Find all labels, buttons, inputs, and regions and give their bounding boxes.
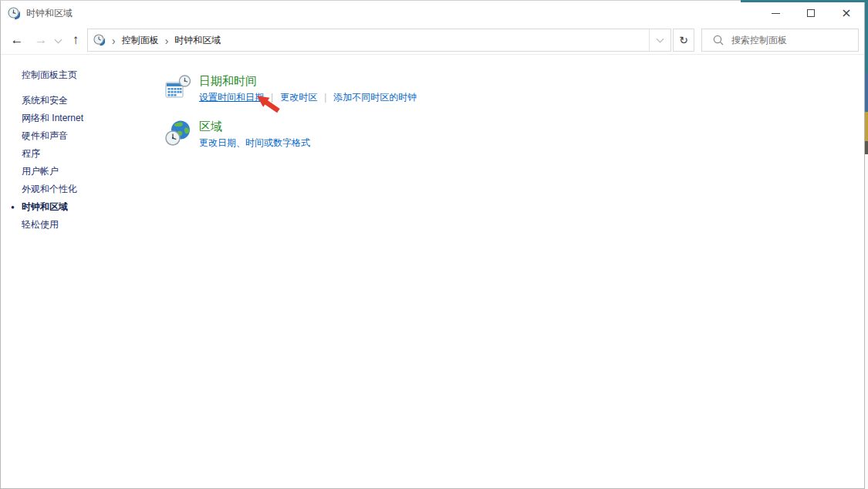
back-button[interactable]: ←: [5, 27, 29, 53]
address-dropdown-button[interactable]: [649, 29, 670, 51]
navigation-bar: ← → ↑ › 控制面板 › 时钟和区域 ↻: [1, 25, 864, 55]
region-links: 更改日期、时间或数字格式: [199, 137, 310, 149]
region-heading[interactable]: 区域: [199, 119, 310, 133]
breadcrumb-separator-icon: ›: [165, 33, 169, 47]
main-panel: 日期和时间 设置时间和日期|更改时区|添加不同时区的时钟: [165, 55, 864, 489]
region-icon: [165, 120, 191, 146]
sidebar: ●控制面板主页 ●系统和安全 ●网络和 Internet ●硬件和声音 ●程序 …: [1, 55, 165, 489]
refresh-icon: ↻: [679, 34, 688, 46]
breadcrumb-control-panel[interactable]: 控制面板: [122, 34, 159, 47]
address-bar[interactable]: › 控制面板 › 时钟和区域: [87, 29, 671, 52]
control-panel-window: 时钟和区域 × ← → ↑ › 控制面板 ›: [0, 0, 865, 489]
minimize-icon: [772, 13, 780, 14]
sidebar-item-ease-of-access[interactable]: ●轻松使用: [11, 216, 165, 234]
content-area: ●控制面板主页 ●系统和安全 ●网络和 Internet ●硬件和声音 ●程序 …: [1, 55, 864, 489]
sidebar-item-programs[interactable]: ●程序: [11, 145, 165, 163]
sidebar-item-appearance[interactable]: ●外观和个性化: [11, 180, 165, 198]
sidebar-list: ●控制面板主页 ●系统和安全 ●网络和 Internet ●硬件和声音 ●程序 …: [11, 66, 165, 234]
search-input[interactable]: [731, 35, 847, 46]
up-icon: ↑: [73, 32, 79, 48]
back-icon: ←: [11, 32, 24, 48]
background-sliver-top: [741, 0, 868, 2]
chevron-down-icon: [54, 35, 62, 43]
forward-button[interactable]: →: [30, 27, 52, 53]
sidebar-item-network-internet[interactable]: ●网络和 Internet: [11, 110, 165, 127]
window-controls: ×: [758, 1, 864, 25]
close-button[interactable]: ×: [829, 1, 864, 25]
sidebar-item-user-accounts[interactable]: ●用户帐户: [11, 163, 165, 180]
search-icon: [713, 35, 724, 46]
maximize-button[interactable]: [793, 1, 829, 25]
link-change-formats[interactable]: 更改日期、时间或数字格式: [199, 137, 310, 148]
region-group: 区域 更改日期、时间或数字格式: [165, 119, 864, 149]
maximize-icon: [807, 9, 815, 17]
up-button[interactable]: ↑: [66, 27, 86, 53]
link-separator: |: [271, 92, 273, 103]
region-text: 区域 更改日期、时间或数字格式: [199, 119, 310, 149]
date-time-group: 日期和时间 设置时间和日期|更改时区|添加不同时区的时钟: [165, 73, 864, 103]
clock-region-app-icon: [8, 7, 21, 20]
date-time-links: 设置时间和日期|更改时区|添加不同时区的时钟: [199, 92, 417, 103]
refresh-button[interactable]: ↻: [673, 29, 694, 52]
breadcrumb-current[interactable]: 时钟和区域: [174, 34, 221, 47]
sidebar-item-system-security[interactable]: ●系统和安全: [11, 92, 165, 110]
chevron-down-icon: [657, 35, 664, 42]
search-box[interactable]: [701, 29, 859, 52]
link-separator: |: [324, 92, 326, 103]
active-bullet-icon: ●: [11, 198, 22, 216]
close-icon: ×: [841, 7, 851, 19]
recent-pages-button[interactable]: [52, 28, 64, 54]
breadcrumb-separator-icon: ›: [112, 33, 116, 47]
link-set-time-date[interactable]: 设置时间和日期: [199, 92, 264, 103]
sidebar-item-home[interactable]: ●控制面板主页: [11, 66, 165, 84]
date-time-heading[interactable]: 日期和时间: [199, 73, 417, 88]
date-time-text: 日期和时间 设置时间和日期|更改时区|添加不同时区的时钟: [199, 73, 417, 103]
link-change-timezone[interactable]: 更改时区: [280, 92, 317, 103]
sidebar-item-clock-region[interactable]: ●时钟和区域: [11, 198, 165, 216]
sidebar-item-hardware-sound[interactable]: ●硬件和声音: [11, 127, 165, 145]
clock-region-breadcrumb-icon: [93, 34, 106, 46]
minimize-button[interactable]: [758, 1, 793, 25]
link-add-clocks[interactable]: 添加不同时区的时钟: [333, 92, 417, 103]
screen: 时钟和区域 × ← → ↑ › 控制面板 ›: [0, 0, 868, 489]
date-time-icon: [165, 75, 191, 100]
window-title: 时钟和区域: [26, 7, 73, 20]
background-sliver-right: [865, 0, 868, 489]
forward-icon: →: [35, 32, 48, 48]
titlebar: 时钟和区域 ×: [1, 1, 864, 25]
